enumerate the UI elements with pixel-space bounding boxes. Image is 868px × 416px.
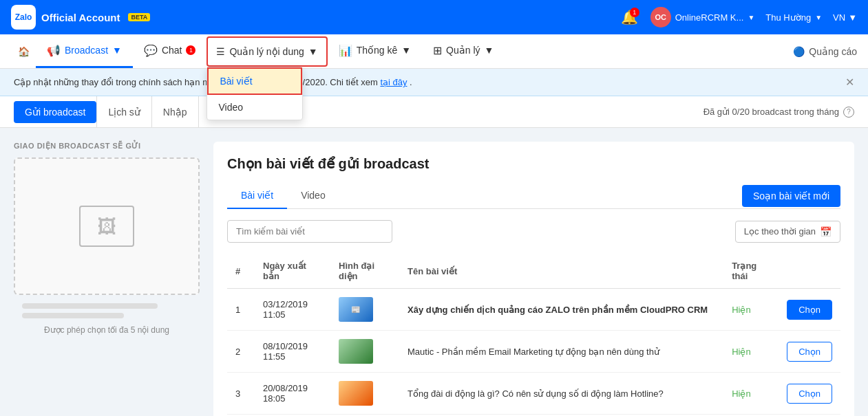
cell-title: Xây dựng chiến dịch quảng cáo ZALO trên … (399, 289, 723, 331)
col-header-title: Tên bài viết (399, 254, 723, 289)
thumbnail-0: 📰 (339, 297, 373, 322)
broadcast-icon: 📢 (47, 44, 61, 57)
alert-close-icon[interactable]: ✕ (845, 76, 854, 89)
user-chevron-icon: ▼ (815, 14, 822, 21)
ads-link[interactable]: 🔵 Quảng cáo (793, 46, 857, 57)
tab-video[interactable]: Video (287, 183, 339, 209)
send-broadcast-button[interactable]: Gửi broadcast (14, 101, 96, 123)
alert-link[interactable]: tại đây (380, 77, 407, 87)
manage-chevron-icon: ▼ (485, 45, 494, 56)
lang-chevron-icon: ▼ (848, 12, 857, 23)
cell-date: 20/08/201918:05 (255, 373, 330, 415)
zalo-logo: Zalo (11, 5, 36, 30)
ads-icon: 🔵 (793, 46, 805, 57)
user-account[interactable]: OC OnlineRCRM K... ▼ (650, 7, 755, 28)
nav-label-content: Quản lý nội dung (229, 46, 304, 57)
cell-thumb (330, 373, 399, 415)
header-brand: Zalo Official Account BETA (11, 5, 150, 30)
sub-nav-import[interactable]: Nhập (151, 96, 198, 127)
col-header-action (779, 254, 840, 289)
select-button-1[interactable]: Chọn (787, 300, 832, 320)
search-filter-row: Lọc theo thời gian 📅 (227, 220, 840, 243)
nav-label-chat: Chat (162, 45, 182, 56)
sub-nav-history[interactable]: Lịch sử (96, 96, 151, 127)
alert-period: . (410, 77, 412, 87)
col-header-num: # (227, 254, 255, 289)
cell-title: Tổng đài di động là gì? Có nên sử dụng s… (399, 373, 723, 415)
col-header-thumb: Hình đại diện (330, 254, 399, 289)
cell-thumb: 📰 (330, 289, 399, 331)
select-button-2[interactable]: Chọn (787, 342, 832, 362)
user-name: Thu Hường (765, 12, 811, 23)
help-icon[interactable]: ? (843, 107, 854, 118)
preview-label: GIAO DIỆN BROADCAST SẼ GỬI (14, 142, 200, 151)
nav-label-stats: Thống kê (357, 45, 398, 56)
col-header-status: Trạng thái (723, 254, 779, 289)
notif-count: 1 (630, 8, 639, 17)
preview-box: 🖼 (14, 157, 200, 295)
top-header: Zalo Official Account BETA 🔔 1 OC Online… (0, 0, 868, 34)
app-name: Official Account (41, 12, 120, 23)
nav-item-content[interactable]: ☰ Quản lý nội dung ▼ (207, 36, 327, 67)
filter-button[interactable]: Lọc theo thời gian 📅 (735, 221, 840, 243)
chat-icon: 💬 (144, 44, 158, 57)
thumbnail-2 (339, 381, 373, 406)
nav-item-content-dropdown: ☰ Quản lý nội dung ▼ Bài viết Video (207, 36, 327, 67)
cell-status: Hiện (723, 373, 779, 415)
thumbnail-1 (339, 339, 373, 364)
compose-button[interactable]: Soạn bài viết mới (742, 185, 840, 207)
cell-num: 3 (227, 373, 255, 415)
cell-thumb (330, 331, 399, 373)
nav-item-stats[interactable]: 📊 Thống kê ▼ (328, 34, 422, 68)
cell-status: Hiện (723, 331, 779, 373)
table-row: 2 08/10/201911:55 Mautic - Phần mềm Emai… (227, 331, 840, 373)
preview-lines (14, 303, 200, 318)
video-label: Video (218, 102, 243, 113)
dropdown-item-video[interactable]: Video (207, 95, 302, 120)
beta-badge: BETA (128, 13, 150, 21)
nav-items: 📢 Broadcast ▼ 💬 Chat 1 ☰ Quản lý nội dun… (36, 34, 505, 68)
user-profile[interactable]: Thu Hường ▼ (765, 12, 822, 23)
cell-num: 1 (227, 289, 255, 331)
select-button-3[interactable]: Chọn (787, 384, 832, 404)
preview-placeholder: 🖼 (79, 206, 134, 247)
table-header-row: # Ngày xuất bản Hình đại diện Tên bài vi… (227, 254, 840, 289)
search-input[interactable] (227, 220, 392, 243)
content-dropdown-menu: Bài viết Video (207, 67, 303, 120)
home-icon: 🏠 (18, 46, 30, 57)
avatar: OC (650, 7, 671, 28)
nav-chevron-broadcast: ▼ (112, 45, 122, 56)
dropdown-item-bai-viet[interactable]: Bài viết (207, 67, 302, 95)
preview-line-2 (22, 313, 124, 318)
cell-status: Hiện (723, 289, 779, 331)
language-selector[interactable]: VN ▼ (833, 12, 857, 23)
notification-bell[interactable]: 🔔 1 (620, 8, 639, 27)
broadcast-preview: GIAO DIỆN BROADCAST SẼ GỬI 🖼 Được phép c… (14, 142, 200, 416)
header-right: 🔔 1 OC OnlineRCRM K... ▼ Thu Hường ▼ VN … (620, 7, 857, 28)
account-name: OnlineRCRM K... (675, 12, 744, 23)
cell-action[interactable]: Chọn (779, 289, 840, 331)
cell-action[interactable]: Chọn (779, 373, 840, 415)
alert-banner: Cập nhật những thay đổi trong chính sách… (0, 69, 868, 96)
home-nav-item[interactable]: 🏠 (11, 39, 36, 64)
filter-label: Lọc theo thời gian (744, 226, 816, 237)
stats-chevron-icon: ▼ (401, 45, 411, 56)
nav-label-broadcast: Broadcast (65, 45, 108, 56)
cell-num: 2 (227, 331, 255, 373)
preview-note: Được phép chọn tối đa 5 nội dung (14, 325, 200, 335)
preview-line-1 (22, 303, 158, 309)
chat-badge: 1 (186, 45, 195, 55)
calendar-icon: 📅 (820, 226, 832, 237)
content-tabs: Bài viết Video Soạn bài viết mới (227, 183, 840, 209)
nav-item-chat[interactable]: 💬 Chat 1 (133, 34, 207, 68)
articles-table: # Ngày xuất bản Hình đại diện Tên bài vi… (227, 254, 840, 416)
nav-label-manage: Quản lý (446, 45, 480, 56)
cell-action[interactable]: Chọn (779, 331, 840, 373)
stats-icon: 📊 (339, 44, 352, 57)
tab-bai-viet[interactable]: Bài viết (227, 183, 287, 209)
nav-item-manage[interactable]: ⊞ Quản lý ▼ (422, 34, 505, 68)
broadcast-count: Đã gửi 0/20 broadcast trong tháng ? (703, 107, 854, 118)
ads-label: Quảng cáo (809, 46, 857, 57)
broadcast-count-text: Đã gửi 0/20 broadcast trong tháng (703, 107, 839, 117)
nav-item-broadcast[interactable]: 📢 Broadcast ▼ (36, 34, 133, 68)
